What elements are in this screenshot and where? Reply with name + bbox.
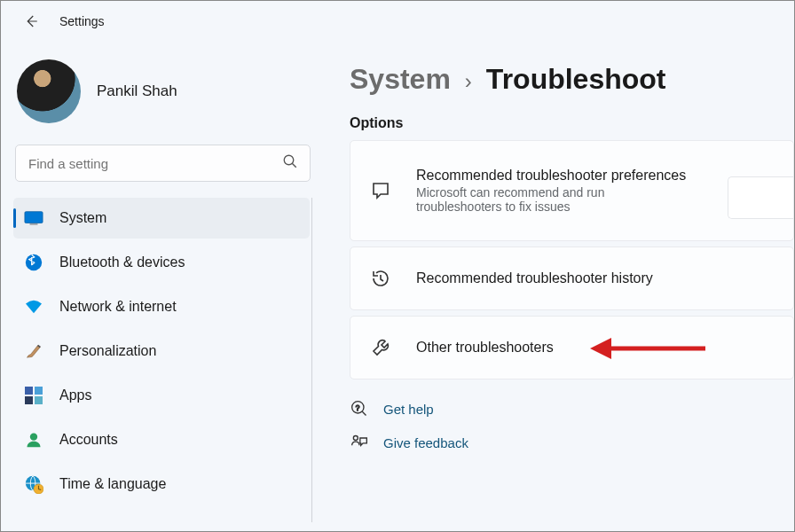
feedback-icon xyxy=(350,433,369,452)
annotation-arrow xyxy=(590,334,705,363)
svg-rect-2 xyxy=(29,223,37,225)
globe-clock-icon xyxy=(24,474,43,494)
chevron-right-icon: › xyxy=(465,69,472,94)
svg-point-15 xyxy=(353,436,358,441)
wrench-icon xyxy=(368,335,393,360)
sidebar-item-label: System xyxy=(59,210,106,226)
app-title: Settings xyxy=(59,14,105,28)
page-title: Troubleshoot xyxy=(486,63,666,96)
svg-rect-5 xyxy=(35,387,43,395)
svg-text:?: ? xyxy=(356,403,360,412)
svg-point-8 xyxy=(30,434,37,441)
svg-point-0 xyxy=(284,155,294,165)
svg-rect-1 xyxy=(25,212,43,223)
breadcrumb: System › Troubleshoot xyxy=(350,63,794,96)
help-icon: ? xyxy=(350,399,369,419)
card-action-dropdown[interactable] xyxy=(728,176,793,219)
sidebar-item-apps[interactable]: Apps xyxy=(13,375,310,416)
person-icon xyxy=(24,430,43,450)
history-icon xyxy=(368,266,393,291)
breadcrumb-parent[interactable]: System xyxy=(350,63,451,96)
search-icon xyxy=(282,153,298,173)
svg-rect-7 xyxy=(35,396,43,404)
section-label: Options xyxy=(350,115,794,131)
sidebar-item-label: Personalization xyxy=(59,343,156,359)
sidebar-item-label: Time & language xyxy=(59,476,166,492)
sidebar-item-network[interactable]: Network & internet xyxy=(13,286,310,327)
card-other-troubleshooters[interactable]: Other troubleshooters xyxy=(350,316,794,379)
card-title: Recommended troubleshooter history xyxy=(416,270,653,286)
card-recommended-preferences[interactable]: Recommended troubleshooter preferences M… xyxy=(350,140,794,241)
sidebar-item-bluetooth[interactable]: Bluetooth & devices xyxy=(13,242,310,283)
search-input[interactable] xyxy=(15,145,311,182)
avatar xyxy=(17,59,81,123)
apps-icon xyxy=(24,386,43,405)
monitor-icon xyxy=(24,208,43,228)
svg-rect-6 xyxy=(25,396,33,404)
get-help-link[interactable]: ? Get help xyxy=(350,399,794,419)
card-title: Other troubleshooters xyxy=(416,340,554,356)
sidebar-item-time-language[interactable]: Time & language xyxy=(13,464,310,505)
bluetooth-icon xyxy=(24,253,43,272)
profile-name: Pankil Shah xyxy=(97,82,177,100)
sidebar-item-label: Bluetooth & devices xyxy=(59,254,185,270)
svg-rect-4 xyxy=(25,387,33,395)
sidebar-item-system[interactable]: System xyxy=(13,198,310,239)
sidebar-item-label: Network & internet xyxy=(59,299,177,315)
sidebar-item-personalization[interactable]: Personalization xyxy=(13,331,310,372)
help-link-label: Give feedback xyxy=(383,435,468,450)
sidebar-item-accounts[interactable]: Accounts xyxy=(13,419,310,460)
paintbrush-icon xyxy=(24,341,43,361)
card-subtitle: Microsoft can recommend and run troubles… xyxy=(416,185,665,214)
back-button[interactable] xyxy=(17,7,45,35)
help-link-label: Get help xyxy=(383,402,434,417)
give-feedback-link[interactable]: Give feedback xyxy=(350,433,794,452)
svg-marker-12 xyxy=(590,338,611,359)
back-arrow-icon xyxy=(23,13,39,29)
profile-block[interactable]: Pankil Shah xyxy=(13,54,312,139)
card-title: Recommended troubleshooter preferences xyxy=(416,168,686,184)
wifi-icon xyxy=(24,297,43,317)
sidebar-item-label: Apps xyxy=(59,387,91,403)
chat-icon xyxy=(368,178,393,203)
card-troubleshooter-history[interactable]: Recommended troubleshooter history xyxy=(350,246,794,310)
sidebar-item-label: Accounts xyxy=(59,432,118,448)
